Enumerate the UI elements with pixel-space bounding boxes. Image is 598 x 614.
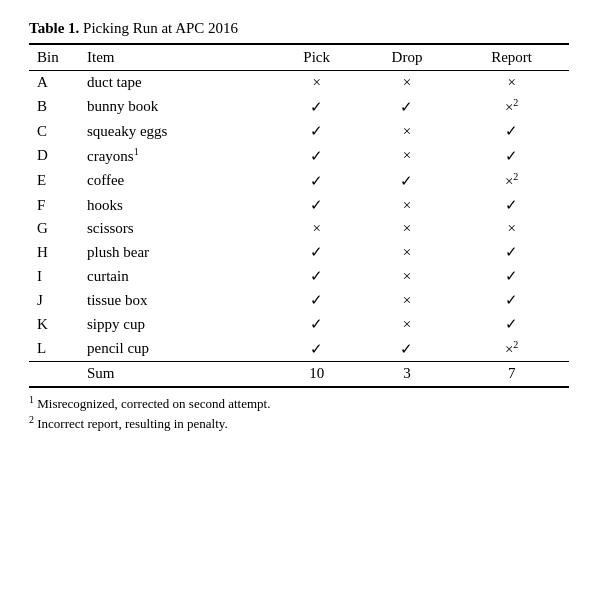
cell-bin: G [29, 217, 79, 240]
cell-report: ✓ [454, 143, 569, 168]
table-row: Ksippy cup✓×✓ [29, 312, 569, 336]
col-header-drop: Drop [360, 44, 455, 71]
col-header-report: Report [454, 44, 569, 71]
col-header-pick: Pick [274, 44, 360, 71]
sum-drop: 3 [360, 362, 455, 388]
cell-bin: J [29, 288, 79, 312]
header-row: Bin Item Pick Drop Report [29, 44, 569, 71]
cell-item: duct tape [79, 71, 274, 95]
cell-report: × [454, 217, 569, 240]
cell-pick: × [274, 217, 360, 240]
table-row: Hplush bear✓×✓ [29, 240, 569, 264]
cell-drop: × [360, 71, 455, 95]
cell-pick: ✓ [274, 264, 360, 288]
cell-bin: E [29, 168, 79, 193]
table-row: Dcrayons1✓×✓ [29, 143, 569, 168]
cell-drop: ✓ [360, 168, 455, 193]
cell-report: ✓ [454, 119, 569, 143]
cell-report: ✓ [454, 312, 569, 336]
cell-pick: ✓ [274, 288, 360, 312]
cell-bin: K [29, 312, 79, 336]
cell-drop: × [360, 240, 455, 264]
footnotes: 1 Misrecognized, corrected on second att… [29, 394, 569, 433]
cell-report: ✓ [454, 264, 569, 288]
sum-label: Sum [79, 362, 274, 388]
cell-pick: ✓ [274, 168, 360, 193]
cell-report: ✓ [454, 193, 569, 217]
cell-item: crayons1 [79, 143, 274, 168]
footnote: 1 Misrecognized, corrected on second att… [29, 394, 569, 412]
col-header-bin: Bin [29, 44, 79, 71]
table-row: Ecoffee✓✓×2 [29, 168, 569, 193]
cell-bin: I [29, 264, 79, 288]
cell-item: plush bear [79, 240, 274, 264]
cell-drop: × [360, 119, 455, 143]
cell-bin: A [29, 71, 79, 95]
table-row: Icurtain✓×✓ [29, 264, 569, 288]
cell-report: ×2 [454, 336, 569, 362]
table-row: Aduct tape××× [29, 71, 569, 95]
cell-item: scissors [79, 217, 274, 240]
cell-pick: ✓ [274, 119, 360, 143]
cell-pick: ✓ [274, 193, 360, 217]
table-caption: Table 1. Picking Run at APC 2016 [29, 20, 569, 37]
cell-item: pencil cup [79, 336, 274, 362]
cell-drop: × [360, 193, 455, 217]
sum-row: Sum1037 [29, 362, 569, 388]
sum-bin [29, 362, 79, 388]
cell-bin: F [29, 193, 79, 217]
cell-bin: C [29, 119, 79, 143]
col-header-item: Item [79, 44, 274, 71]
cell-pick: × [274, 71, 360, 95]
cell-drop: × [360, 312, 455, 336]
cell-pick: ✓ [274, 94, 360, 119]
cell-pick: ✓ [274, 312, 360, 336]
table-container: Table 1. Picking Run at APC 2016 Bin Ite… [29, 20, 569, 435]
table-row: Csqueaky eggs✓×✓ [29, 119, 569, 143]
cell-bin: L [29, 336, 79, 362]
cell-report: ×2 [454, 94, 569, 119]
table-row: Gscissors××× [29, 217, 569, 240]
cell-drop: × [360, 217, 455, 240]
table-row: Lpencil cup✓✓×2 [29, 336, 569, 362]
cell-item: tissue box [79, 288, 274, 312]
cell-drop: × [360, 288, 455, 312]
table-row: Bbunny book✓✓×2 [29, 94, 569, 119]
cell-item: sippy cup [79, 312, 274, 336]
main-table: Bin Item Pick Drop Report Aduct tape×××B… [29, 43, 569, 388]
cell-report: × [454, 71, 569, 95]
footnote: 2 Incorrect report, resulting in penalty… [29, 414, 569, 432]
table-row: Jtissue box✓×✓ [29, 288, 569, 312]
sum-pick: 10 [274, 362, 360, 388]
cell-pick: ✓ [274, 336, 360, 362]
cell-drop: ✓ [360, 94, 455, 119]
table-row: Fhooks✓×✓ [29, 193, 569, 217]
cell-drop: ✓ [360, 336, 455, 362]
table-label: Table 1. [29, 20, 79, 36]
cell-bin: B [29, 94, 79, 119]
cell-item: coffee [79, 168, 274, 193]
cell-item: bunny book [79, 94, 274, 119]
cell-report: ×2 [454, 168, 569, 193]
cell-drop: × [360, 143, 455, 168]
cell-pick: ✓ [274, 143, 360, 168]
cell-bin: H [29, 240, 79, 264]
cell-item: squeaky eggs [79, 119, 274, 143]
cell-pick: ✓ [274, 240, 360, 264]
cell-report: ✓ [454, 288, 569, 312]
cell-item: curtain [79, 264, 274, 288]
table-title: Picking Run at APC 2016 [79, 20, 238, 36]
cell-bin: D [29, 143, 79, 168]
cell-item: hooks [79, 193, 274, 217]
cell-report: ✓ [454, 240, 569, 264]
cell-drop: × [360, 264, 455, 288]
sum-report: 7 [454, 362, 569, 388]
